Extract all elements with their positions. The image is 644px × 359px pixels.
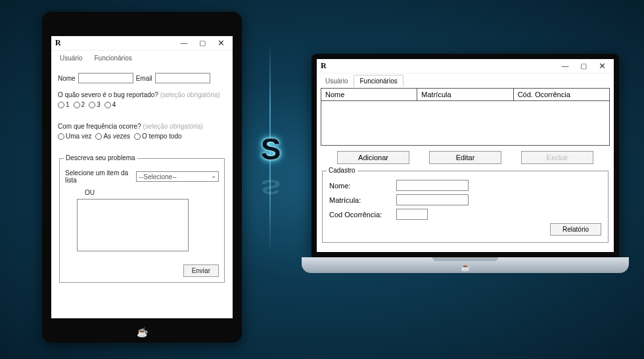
edit-button[interactable]: Editar: [429, 151, 501, 164]
employees-table[interactable]: Nome Matrícula Cód. Ocorrência: [321, 88, 610, 146]
col-matricula[interactable]: Matrícula: [417, 89, 513, 100]
severity-option-2[interactable]: 2: [74, 101, 85, 108]
maximize-button[interactable]: ▢: [193, 36, 212, 49]
severity-option-4[interactable]: 4: [104, 101, 116, 108]
tab-bar: Usuário Funcionários: [51, 51, 233, 64]
severity-option-1[interactable]: 1: [58, 101, 70, 108]
minimize-button[interactable]: —: [556, 59, 574, 72]
cadastro-legend: Cadastro: [327, 167, 357, 174]
minimize-button[interactable]: —: [175, 36, 193, 49]
cadastro-matricula-label: Matrícula:: [329, 196, 392, 204]
frequency-radio-group: Uma vez As vezes O tempo todo: [58, 133, 226, 140]
tab-usuario[interactable]: Usuário: [54, 52, 88, 64]
window-titlebar: R — ▢ ✕: [51, 36, 233, 51]
app-icon: R: [321, 61, 327, 71]
email-input[interactable]: [155, 73, 210, 83]
java-logo-icon: ☕: [461, 263, 471, 272]
tab-funcionarios[interactable]: Funcionários: [88, 52, 137, 64]
window-controls: — ▢ ✕: [175, 36, 230, 49]
tab-usuario[interactable]: Usuário: [319, 75, 354, 87]
frequency-question: Com que frequência ocorre?: [58, 123, 141, 130]
frequency-hint: (seleção obrigatória): [143, 123, 203, 130]
severity-question: O quão severo é o bug reportado?: [58, 91, 158, 98]
laptop-base: ☕: [302, 257, 629, 273]
problem-fieldset: Descreva seu problema Selecione um item …: [59, 158, 225, 283]
table-header: Nome Matrícula Cód. Ocorrência: [321, 89, 609, 101]
nome-input[interactable]: [78, 73, 133, 83]
cadastro-nome-input[interactable]: [396, 180, 469, 191]
laptop-screen: R — ▢ ✕ Usuário Funcionários Nome Matríc…: [317, 59, 614, 252]
cadastro-nome-label: Nome:: [329, 182, 392, 190]
cadastro-cod-label: Cod Ocorrência:: [329, 211, 392, 219]
severity-hint: (seleção obrigatória): [160, 91, 220, 98]
add-button[interactable]: Adicionar: [337, 151, 409, 164]
usuario-form: Nome Email O quão severo é o bug reporta…: [51, 64, 233, 295]
window-controls: — ▢ ✕: [556, 59, 611, 72]
brand-logo-reflection: S: [252, 177, 289, 198]
delete-button[interactable]: Excluir: [521, 151, 593, 164]
email-label: Email: [136, 75, 152, 82]
maximize-button[interactable]: ▢: [574, 59, 593, 72]
window-titlebar: R — ▢ ✕: [317, 59, 614, 74]
col-cod-ocorrencia[interactable]: Cód. Ocorrência: [514, 89, 609, 100]
app-icon: R: [55, 38, 61, 48]
submit-button[interactable]: Enviar: [183, 264, 219, 277]
close-button[interactable]: ✕: [593, 59, 611, 72]
col-nome[interactable]: Nome: [321, 89, 417, 100]
severity-option-3[interactable]: 3: [89, 101, 101, 108]
frequency-option-sometimes[interactable]: As vezes: [95, 133, 130, 140]
laptop-device: R — ▢ ✕ Usuário Funcionários Nome Matríc…: [311, 54, 629, 273]
nome-label: Nome: [58, 75, 76, 82]
cadastro-matricula-input[interactable]: [396, 194, 469, 205]
severity-radio-group: 1 2 3 4: [58, 101, 226, 108]
problem-textarea[interactable]: [77, 199, 189, 251]
tablet-screen: R — ▢ ✕ Usuário Funcionários Nome Email …: [51, 36, 233, 318]
tab-bar: Usuário Funcionários: [317, 74, 614, 87]
tab-funcionarios[interactable]: Funcionários: [354, 75, 403, 87]
action-buttons-row: Adicionar Editar Excluir: [321, 151, 610, 164]
tablet-device: R — ▢ ✕ Usuário Funcionários Nome Email …: [42, 12, 242, 343]
cadastro-fieldset: Cadastro Nome: Matrícula: Cod Ocorrência…: [322, 171, 609, 243]
java-logo-icon: ☕: [137, 327, 148, 337]
cadastro-cod-input[interactable]: [396, 209, 428, 220]
problem-legend: Descreva seu problema: [64, 154, 137, 161]
or-label: OU: [85, 189, 95, 196]
brand-logo: S: [252, 126, 289, 172]
close-button[interactable]: ✕: [212, 36, 230, 49]
frequency-option-always[interactable]: O tempo todo: [134, 133, 182, 140]
select-item-label: Selecione um item da lista: [65, 169, 133, 184]
frequency-option-once[interactable]: Uma vez: [58, 133, 91, 140]
funcionarios-panel: Nome Matrícula Cód. Ocorrência Adicionar…: [317, 88, 614, 249]
report-button[interactable]: Relatório: [550, 223, 601, 236]
problem-select[interactable]: --Selecione--: [136, 171, 219, 182]
